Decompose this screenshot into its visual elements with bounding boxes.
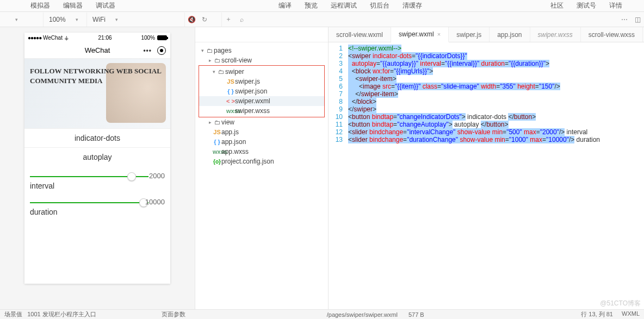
folder-pages[interactable]: ▾🗀pages: [195, 46, 328, 55]
tab-swiper.wxss[interactable]: swiper.wxss: [530, 27, 581, 42]
duration-slider[interactable]: 10000: [24, 192, 170, 203]
scene-label: 场景值: [4, 310, 22, 318]
indicator-dots-button[interactable]: indicator-dots: [24, 128, 170, 147]
scene-value: 1001 发现栏小程序主入口: [27, 310, 96, 318]
menu-详情[interactable]: 详情: [609, 1, 622, 10]
file-app.js[interactable]: JSapp.js: [195, 127, 328, 137]
capsule-close-icon[interactable]: [157, 46, 166, 55]
code-editor[interactable]: 12345678910111213 <!--swiper.wxml--><swi…: [329, 42, 644, 309]
menu-编辑器[interactable]: 编辑器: [63, 1, 83, 10]
sub-toolbar: ▾ 100%▾ WiFi▾ 🔇 ↻ ＋ ⌕ ⋯ ◫: [0, 12, 644, 27]
tab-scroll-view.wxml[interactable]: scroll-view.wxml: [329, 27, 391, 42]
file-explorer: ▾🗀pages▸🗀scroll-view▾🗀swiperJSswiper.js{…: [195, 27, 329, 309]
tab-app.json[interactable]: app.json: [490, 27, 530, 42]
duration-label: duration: [24, 205, 170, 218]
interval-label: interval: [24, 179, 170, 192]
tab-scroll-view.wxss[interactable]: scroll-view.wxss: [581, 27, 643, 42]
autoplay-button[interactable]: autoplay: [24, 147, 170, 166]
add-icon[interactable]: ＋: [222, 15, 235, 24]
menu-清缓存[interactable]: 清缓存: [403, 1, 422, 10]
more-icon[interactable]: ⋯: [618, 16, 631, 23]
simulator-panel: ●●●●● WeChat ⚶ 21:06 100% WeChat ••• FOL…: [0, 27, 195, 309]
menu-测试号[interactable]: 测试号: [577, 1, 596, 10]
watermark: @51CTO博客: [600, 299, 641, 308]
nav-bar: WeChat •••: [24, 42, 170, 59]
cursor-pos: 行 13, 列 81: [581, 310, 613, 318]
menu-调试器[interactable]: 调试器: [96, 1, 115, 10]
file-swiper.wxml[interactable]: < >swiper.wxml: [199, 96, 324, 106]
search-icon[interactable]: ⌕: [235, 16, 248, 23]
split-icon[interactable]: ◫: [631, 16, 644, 23]
file-swiper[interactable]: ▾🗀swiper: [199, 67, 324, 77]
top-menu: 模拟器编辑器调试器 编译预览远程调试切后台清缓存 社区测试号详情: [0, 0, 644, 12]
menu-切后台[interactable]: 切后台: [370, 1, 389, 10]
file-swiper.js[interactable]: JSswiper.js: [199, 77, 324, 86]
menu-预览[interactable]: 预览: [305, 1, 318, 10]
file-lang: WXML: [622, 310, 640, 318]
status-footer: 场景值 1001 发现栏小程序主入口 页面参数 /pages/swiper/sw…: [0, 309, 644, 319]
menu-模拟器[interactable]: 模拟器: [30, 1, 50, 10]
network-dropdown[interactable]: WiFi▾: [87, 12, 185, 27]
page-params: 页面参数: [162, 310, 185, 318]
mute-icon[interactable]: 🔇: [185, 16, 198, 23]
file-view[interactable]: ▸🗀view: [195, 117, 328, 127]
menu-远程调试[interactable]: 远程调试: [331, 1, 357, 10]
file-swiper.json[interactable]: { }swiper.json: [199, 86, 324, 96]
file-size: 577 B: [408, 311, 424, 318]
editor-panel: scroll-view.wxmlswiper.wxml×swiper.jsapp…: [329, 27, 644, 309]
file-path: /pages/swiper/swiper.wxml: [327, 311, 398, 318]
rotate-icon[interactable]: ↻: [198, 16, 211, 23]
file-swiper.wxss[interactable]: wxssswiper.wxss: [199, 106, 324, 116]
file-project.config.json[interactable]: {o}project.config.json: [195, 157, 328, 166]
file-app.json[interactable]: { }app.json: [195, 137, 328, 147]
file-app.wxss[interactable]: wxssapp.wxss: [195, 147, 328, 157]
swiper-preview[interactable]: FOLLOW NETWORKING WEB SOCIAL COMMUNITY M…: [24, 59, 170, 128]
zoom-dropdown[interactable]: 100%▾: [44, 12, 87, 27]
menu-社区[interactable]: 社区: [550, 1, 564, 10]
interval-slider[interactable]: 2000: [24, 166, 170, 177]
status-bar: ●●●●● WeChat ⚶ 21:06 100%: [24, 33, 170, 42]
capsule-menu-icon[interactable]: •••: [143, 47, 152, 54]
device-dropdown[interactable]: ▾: [0, 12, 44, 27]
phone-frame: ●●●●● WeChat ⚶ 21:06 100% WeChat ••• FOL…: [24, 33, 170, 284]
tab-swiper.wxml[interactable]: swiper.wxml×: [391, 27, 449, 42]
editor-tabs: scroll-view.wxmlswiper.wxml×swiper.jsapp…: [329, 27, 644, 42]
tab-swiper.js[interactable]: swiper.js: [449, 27, 490, 42]
file-scroll-view[interactable]: ▸🗀scroll-view: [195, 55, 328, 65]
menu-编译[interactable]: 编译: [278, 1, 292, 10]
